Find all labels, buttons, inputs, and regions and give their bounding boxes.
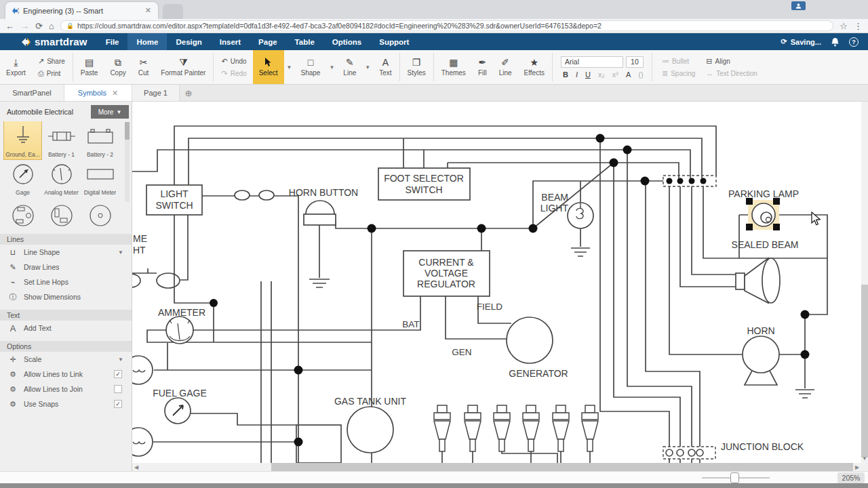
panel-scrollbar[interactable] <box>125 122 130 202</box>
help-icon[interactable]: ? <box>849 37 859 47</box>
symbol-digital-meter[interactable]: Digital Meter <box>81 159 119 197</box>
menu-support[interactable]: Support <box>370 33 418 50</box>
add-page-icon[interactable]: ⊕ <box>180 85 197 101</box>
show-dimensions-item[interactable]: ⓘ Show Dimensions <box>0 289 132 304</box>
diagram-light-switch[interactable]: LIGHT SWITCH <box>146 185 202 215</box>
diagram-generator[interactable]: GENERATOR <box>507 317 568 379</box>
font-color-button[interactable]: A <box>626 70 631 79</box>
shape-dropdown-icon[interactable]: ▼ <box>326 64 337 70</box>
zoom-slider-handle[interactable] <box>730 472 739 483</box>
print-button[interactable]: ⎙ Print <box>38 69 65 78</box>
symbol-gage[interactable]: Gage <box>4 159 41 197</box>
subscript-button[interactable]: x₂ <box>598 70 605 79</box>
set-line-hops-item[interactable]: ⌁ Set Line Hops <box>0 274 132 289</box>
superscript-button[interactable]: x² <box>612 70 618 79</box>
align-button[interactable]: ⊟ Align <box>706 57 757 66</box>
bullet-button[interactable]: ≔ Bullet <box>662 57 695 66</box>
browser-menu-icon[interactable]: ⋮ <box>854 22 863 30</box>
menu-table[interactable]: Table <box>286 33 323 50</box>
diagram-ammeter[interactable]: AMMETER <box>158 307 205 344</box>
format-painter-button[interactable]: ⧩ Format Painter <box>155 50 212 84</box>
copy-button[interactable]: ⧉ Copy <box>104 50 132 84</box>
label-bat[interactable]: BAT <box>402 319 419 329</box>
symbol-battery-2[interactable]: Battery - 2 <box>81 121 119 159</box>
menu-home[interactable]: Home <box>127 33 167 50</box>
diagram-horn[interactable]: HORN <box>743 325 779 385</box>
font-family-input[interactable]: Arial <box>561 56 623 68</box>
tab-symbols-close-icon[interactable]: ✕ <box>112 89 118 98</box>
themes-button[interactable]: ▦ Themes <box>435 50 472 84</box>
scale-item[interactable]: ✛ Scale ▼ <box>0 352 132 367</box>
browser-tab[interactable]: Engineering (3) -- Smart ✕ <box>5 2 158 19</box>
spacing-button[interactable]: ≣ Spacing <box>662 69 695 78</box>
hscroll-thumb[interactable] <box>271 463 853 471</box>
back-icon[interactable]: ← <box>5 22 14 30</box>
effects-button[interactable]: ★ Effects <box>518 50 551 84</box>
symbol-ground[interactable]: Ground, Ea... <box>4 121 41 159</box>
redo-button[interactable]: ↷ Redo <box>221 69 246 78</box>
text-direction-button[interactable]: ↔ Text Direction <box>706 69 757 77</box>
share-button[interactable]: ↗ Share <box>38 57 65 66</box>
menu-insert[interactable]: Insert <box>211 33 250 50</box>
symbol-distributor-1[interactable] <box>4 197 41 228</box>
diagram-beam-light[interactable]: BEAM LIGHT <box>540 192 593 228</box>
forward-icon[interactable]: → <box>20 22 29 30</box>
line-style-button[interactable]: ✐ Line <box>493 50 518 84</box>
diagram-gas-tank-unit[interactable]: GAS TANK UNIT <box>334 396 407 453</box>
text-tool-button[interactable]: A Text <box>373 50 397 84</box>
cut-button[interactable]: ✂ Cut <box>132 50 155 84</box>
styles-button[interactable]: ❐ Styles <box>401 50 432 84</box>
diagram-fuel-gage[interactable]: FUEL GAGE <box>153 388 207 424</box>
allow-lines-join-item[interactable]: ⚙ Allow Lines to Join ✓ <box>0 382 132 396</box>
bold-button[interactable]: B <box>563 70 568 79</box>
select-dropdown-icon[interactable]: ▼ <box>284 64 295 70</box>
line-tool-button[interactable]: ✎ Line <box>337 50 362 84</box>
tab-symbols[interactable]: Symbols ✕ <box>64 85 132 101</box>
vertical-scrollbar[interactable]: ▼ <box>861 102 868 471</box>
label-field[interactable]: FIELD <box>477 302 503 312</box>
use-snaps-item[interactable]: ⚙ Use Snaps ✓ <box>0 396 132 411</box>
notification-bell-icon[interactable] <box>831 37 840 47</box>
address-input[interactable]: 🔒 https://cloud.smartdraw.com/editor.asp… <box>60 20 834 31</box>
vscroll-thumb[interactable] <box>861 285 868 458</box>
diagram-junction-block[interactable]: JUNCTION BLOCK <box>663 441 804 459</box>
fill-button[interactable]: ✒ Fill <box>472 50 493 84</box>
tab-page1[interactable]: Page 1 <box>132 85 180 101</box>
refresh-icon[interactable]: ⟳ <box>35 22 43 30</box>
line-shape-item[interactable]: ⊔ Line Shape ▼ <box>0 245 132 260</box>
label-gen[interactable]: GEN <box>452 347 471 357</box>
home-icon[interactable]: ⌂ <box>49 22 54 30</box>
font-size-input[interactable]: 10 <box>626 56 644 68</box>
diagram-spark-plugs[interactable] <box>434 405 598 451</box>
diagram-horn-button[interactable]: HORN BUTTON <box>289 187 358 225</box>
diagram-sealed-beam[interactable]: SEALED BEAM <box>732 239 799 303</box>
allow-lines-link-item[interactable]: ⚙ Allow Lines to Link ✓ <box>0 367 132 382</box>
symbol-distributor-2[interactable] <box>43 197 80 228</box>
symbol-battery-1[interactable]: Battery - 1 <box>43 121 80 159</box>
symbol-coil[interactable] <box>81 197 119 228</box>
allow-lines-join-checkbox[interactable]: ✓ <box>114 385 122 393</box>
undo-button[interactable]: ↶ Undo <box>221 57 246 66</box>
menu-page[interactable]: Page <box>250 33 286 50</box>
symbol-analog-meter[interactable]: Analog Meter <box>43 159 80 197</box>
connector-block-top[interactable] <box>663 176 716 186</box>
select-tool-button[interactable]: Select <box>253 50 284 84</box>
underline-button[interactable]: U <box>585 70 591 79</box>
drawing-canvas[interactable]: LIGHT SWITCH FOOT SELECTOR SWITCH CURREN… <box>132 102 861 463</box>
italic-button[interactable]: I <box>576 70 578 79</box>
diagram-dome-lamps[interactable] <box>132 356 153 456</box>
bookmark-star-icon[interactable]: ☆ <box>840 22 848 30</box>
menu-design[interactable]: Design <box>167 33 210 50</box>
tab-smartpanel[interactable]: SmartPanel <box>0 85 64 101</box>
tab-close-icon[interactable]: ✕ <box>144 6 153 15</box>
more-symbols-button[interactable]: More▼ <box>91 105 129 119</box>
use-snaps-checkbox[interactable]: ✓ <box>114 400 122 408</box>
diagram-foot-selector-switch[interactable]: FOOT SELECTOR SWITCH <box>378 168 470 200</box>
add-text-item[interactable]: A Add Text <box>0 321 132 336</box>
clear-format-button[interactable]: () <box>638 70 643 79</box>
new-tab-button[interactable] <box>163 4 183 19</box>
menu-options[interactable]: Options <box>323 33 370 50</box>
allow-lines-link-checkbox[interactable]: ✓ <box>114 370 122 378</box>
line-dropdown-icon[interactable]: ▼ <box>362 64 373 70</box>
menu-file[interactable]: File <box>97 33 128 50</box>
